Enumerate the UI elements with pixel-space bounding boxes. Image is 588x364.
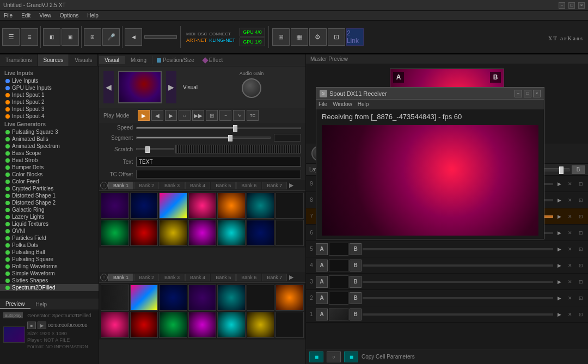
toolbar-btn4[interactable]: ⊞	[84, 28, 101, 46]
layer-9-play[interactable]: ▶	[554, 179, 564, 189]
bank-thumb-1[interactable]	[101, 193, 129, 219]
source-spout3[interactable]: Input Spout 3	[0, 106, 99, 113]
bank-tab-1[interactable]: Bank 1	[108, 182, 133, 189]
source-lazery-lights[interactable]: Lazery Lights	[0, 213, 99, 220]
bank-thumb-7[interactable]	[275, 193, 304, 219]
layer-1-close[interactable]: ✕	[565, 310, 575, 319]
bank-thumb-3[interactable]	[159, 193, 187, 219]
layer-5-fader[interactable]	[363, 248, 553, 250]
layer-9-expand[interactable]: ⊡	[576, 179, 586, 189]
spout-restore-btn[interactable]: □	[524, 90, 531, 97]
layer-7-play[interactable]: ▶	[554, 212, 564, 221]
toolbar-eq-btn[interactable]: ≡	[21, 28, 38, 46]
layers-b-tab[interactable]: B	[572, 165, 585, 174]
source-crypted-particles[interactable]: Crypted Particles	[0, 185, 99, 192]
bank-tab-2[interactable]: Bank 2	[134, 182, 159, 189]
segment-slider[interactable]	[136, 137, 271, 139]
tc-offset-input[interactable]	[136, 170, 301, 178]
layer-5-expand[interactable]: ⊡	[576, 244, 586, 254]
layer-3-close[interactable]: ✕	[565, 277, 575, 287]
source-live-inputs[interactable]: Live Inputs	[0, 77, 99, 84]
toolbar-scene-btn[interactable]: ▦	[291, 28, 308, 46]
layer-5-close[interactable]: ✕	[565, 244, 575, 254]
source-color-blocks[interactable]: Color Blocks	[0, 171, 99, 178]
preview-play-btn[interactable]: ▶	[38, 322, 46, 329]
source-pulsating-square[interactable]: Pulsating Square	[0, 256, 99, 263]
menu-edit[interactable]: Edit	[20, 13, 32, 18]
layer-5-b-btn[interactable]: B	[350, 243, 362, 255]
bank-bthumb-2[interactable]	[130, 285, 158, 311]
restore-button[interactable]: □	[568, 2, 575, 9]
bank-bthumb-8[interactable]	[101, 312, 129, 338]
bank-thumb-13[interactable]	[247, 220, 275, 246]
pm-btn-pingpong[interactable]: ↔	[179, 110, 191, 121]
layer-7-close[interactable]: ✕	[565, 212, 575, 221]
bank-tab-b7[interactable]: Bank 7	[262, 274, 287, 281]
layer-4-b-btn[interactable]: B	[350, 260, 362, 272]
layer-4-close[interactable]: ✕	[565, 261, 575, 270]
layer-4-expand[interactable]: ⊡	[576, 261, 586, 270]
layer-4-play[interactable]: ▶	[554, 261, 564, 270]
layer-2-fader[interactable]	[363, 297, 553, 299]
bank-tab-6[interactable]: Bank 6	[236, 182, 261, 189]
layer-3-a-btn[interactable]: A	[316, 276, 328, 288]
layer-5-a-btn[interactable]: A	[316, 243, 328, 255]
tab-sources[interactable]: Sources	[38, 54, 70, 66]
bank-tab-7[interactable]: Bank 7	[262, 182, 287, 189]
toolbar-fx-btn[interactable]: ⚙	[309, 28, 327, 46]
bank-thumb-9[interactable]	[130, 220, 158, 246]
toolbar-btn2[interactable]: ◧	[43, 28, 60, 46]
bank-thumb-11[interactable]	[188, 220, 217, 246]
source-animated-spectrum[interactable]: Animated Spectrum	[0, 143, 99, 150]
layer-2-play[interactable]: ▶	[554, 293, 564, 303]
bank-tab-next[interactable]: ▶	[287, 182, 295, 189]
bank-bthumb-12[interactable]	[217, 312, 246, 338]
layer-3-fader[interactable]	[363, 281, 553, 283]
layer-2-expand[interactable]: ⊡	[576, 293, 586, 303]
pm-btn-fast[interactable]: ▶▶	[192, 110, 204, 121]
bank-tab-b3[interactable]: Bank 3	[160, 274, 185, 281]
layer-6-play[interactable]: ▶	[554, 228, 564, 238]
bank-bthumb-13[interactable]	[247, 312, 275, 338]
bank-bthumb-3[interactable]	[159, 285, 187, 311]
menu-help[interactable]: Help	[85, 13, 100, 18]
source-pulsating-square3[interactable]: Pulsating Square 3	[0, 128, 99, 135]
bank-bthumb-4[interactable]	[188, 285, 217, 311]
visual-tab-position[interactable]: Position/Size	[152, 56, 199, 64]
bank-bthumb-11[interactable]	[188, 312, 217, 338]
layer-6-expand[interactable]: ⊡	[576, 228, 586, 238]
source-spectrum2dfilled[interactable]: Spectrum2DFilled	[0, 284, 99, 291]
toolbar-menu-btn[interactable]: ☰	[2, 28, 20, 46]
layer-3-b-btn[interactable]: B	[350, 276, 362, 288]
tab-visuals[interactable]: Visuals	[69, 54, 98, 66]
bank-bthumb-5[interactable]	[217, 285, 246, 311]
visual-tab-mixing[interactable]: Mixing	[125, 56, 152, 64]
spout-menu-window[interactable]: Window	[333, 101, 352, 107]
bank-tab-b5[interactable]: Bank 5	[211, 274, 236, 281]
audio-gain-knob[interactable]	[242, 78, 261, 98]
spout-minimize-btn[interactable]: −	[514, 90, 522, 97]
speed-slider[interactable]	[136, 127, 301, 129]
bottom-btn-teal2[interactable]: ◼	[344, 351, 358, 362]
toolbar-vol-btn[interactable]: ◀	[125, 28, 142, 46]
text-input[interactable]	[136, 157, 301, 166]
bank-thumb-14[interactable]	[275, 220, 304, 246]
source-rolling-waveforms[interactable]: Rolling Waveforms	[0, 263, 99, 270]
bank-thumb-2[interactable]	[130, 193, 158, 219]
pm-btn-grid[interactable]: ⊞	[206, 110, 218, 121]
spout-menu-file[interactable]: File	[318, 101, 327, 107]
layer-5-play[interactable]: ▶	[554, 244, 564, 254]
bank-thumb-6[interactable]	[247, 193, 275, 219]
bottom-btn-2[interactable]: ○	[327, 351, 341, 362]
bank-bthumb-6[interactable]	[247, 285, 275, 311]
preview-stop-btn[interactable]: ■	[27, 322, 36, 329]
toolbar-btn3[interactable]: ▣	[62, 28, 79, 46]
bank-tab-5[interactable]: Bank 5	[211, 182, 236, 189]
source-spout4[interactable]: Input Spout 4	[0, 113, 99, 120]
bank-thumb-12[interactable]	[217, 220, 246, 246]
layer-1-play[interactable]: ▶	[554, 310, 564, 319]
source-liquid-textures[interactable]: Liquid Textures	[0, 220, 99, 227]
bank-thumb-8[interactable]	[101, 220, 129, 246]
bank-bthumb-10[interactable]	[159, 312, 187, 338]
tab-transitions[interactable]: Transitions	[0, 54, 38, 66]
